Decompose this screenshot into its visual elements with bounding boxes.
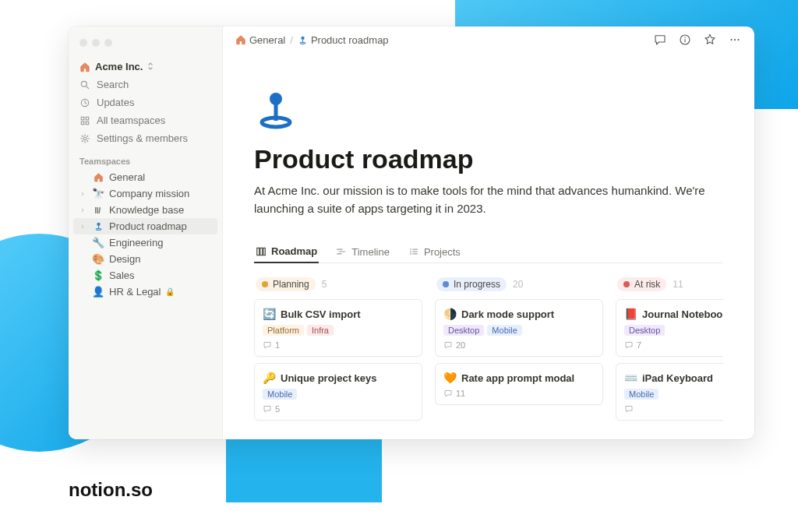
- svg-point-20: [730, 39, 732, 41]
- sidebar-updates-label: Updates: [97, 97, 134, 108]
- workspace-name: Acme Inc.: [95, 61, 143, 72]
- page-description[interactable]: At Acme Inc. our mission is to make tool…: [254, 182, 723, 217]
- page-icon[interactable]: [254, 88, 723, 135]
- sidebar-page-sales[interactable]: 💲 Sales: [73, 267, 217, 284]
- lock-icon: 🔒: [165, 287, 175, 296]
- status-label: At risk: [634, 279, 660, 290]
- svg-rect-3: [81, 117, 84, 120]
- sidebar-page-design[interactable]: 🎨 Design: [73, 251, 217, 267]
- column-header[interactable]: Planning5: [254, 274, 422, 299]
- column-header[interactable]: In progress20: [435, 274, 603, 299]
- card-title-text: Rate app prompt modal: [461, 372, 574, 384]
- column-count: 11: [673, 279, 683, 290]
- sidebar-page-label: Company mission: [109, 188, 189, 199]
- chevron-right-icon[interactable]: ›: [78, 189, 87, 198]
- person-icon: 👤: [92, 286, 104, 298]
- sidebar-search[interactable]: Search: [73, 76, 217, 93]
- card-tags: Mobile: [624, 389, 723, 400]
- favorite-button[interactable]: [703, 33, 717, 47]
- svg-point-25: [270, 93, 282, 105]
- card-tags: DesktopMobile: [443, 325, 595, 336]
- more-button[interactable]: [728, 33, 742, 47]
- card-comments: 11: [443, 389, 595, 398]
- home-icon: [79, 62, 90, 72]
- svg-rect-27: [260, 248, 263, 255]
- board-icon: [256, 246, 267, 257]
- comments-button[interactable]: [653, 33, 667, 47]
- sidebar-updates[interactable]: Updates: [73, 93, 217, 111]
- home-icon: [92, 172, 104, 182]
- view-tabs: Roadmap Timeline Projects: [254, 241, 723, 263]
- column-count: 5: [322, 279, 327, 290]
- info-button[interactable]: [678, 33, 692, 47]
- tag: Desktop: [624, 325, 665, 336]
- card-comments: 1: [263, 340, 414, 350]
- grid-icon: [79, 115, 90, 126]
- svg-rect-6: [86, 122, 89, 125]
- status-pill: At risk: [617, 277, 666, 291]
- breadcrumb: General / Product roadmap: [235, 34, 389, 46]
- sidebar-page-knowledge-base[interactable]: › Knowledge base: [73, 202, 217, 218]
- breadcrumb-product-roadmap[interactable]: Product roadmap: [298, 34, 389, 46]
- card-title: 🌗Dark mode support: [443, 308, 595, 320]
- breadcrumb-general[interactable]: General: [235, 34, 285, 46]
- card-title: ⌨️iPad Keyboard: [624, 372, 723, 384]
- board-card[interactable]: 📕Journal NotebookDesktop7: [616, 299, 723, 357]
- status-label: In progress: [454, 279, 500, 290]
- sidebar-page-company-mission[interactable]: › 🔭 Company mission: [73, 185, 217, 202]
- board-card[interactable]: 🔄Bulk CSV importPlatformInfra1: [254, 299, 422, 357]
- board-card[interactable]: 🧡Rate app prompt modal11: [435, 363, 603, 405]
- sidebar-section-label: Teamspaces: [73, 147, 217, 169]
- status-label: Planning: [273, 279, 309, 290]
- column-header[interactable]: At risk11: [616, 274, 723, 299]
- workspace-switcher[interactable]: Acme Inc.: [73, 58, 217, 76]
- tab-label: Projects: [424, 246, 461, 258]
- tab-timeline[interactable]: Timeline: [334, 241, 391, 262]
- card-title: 🔄Bulk CSV import: [263, 308, 414, 320]
- board-card[interactable]: 🌗Dark mode supportDesktopMobile20: [435, 299, 603, 357]
- minimize-dot[interactable]: [92, 39, 100, 47]
- sidebar-search-label: Search: [97, 79, 129, 90]
- chevron-right-icon[interactable]: ›: [78, 206, 87, 214]
- sidebar-settings[interactable]: Settings & members: [73, 129, 217, 147]
- main-content: General / Product roadmap: [223, 26, 754, 439]
- svg-point-19: [684, 37, 686, 38]
- card-icon: 🔑: [263, 372, 276, 384]
- sidebar: Acme Inc. Search Updates All teamspaces: [69, 26, 223, 439]
- search-icon: [79, 79, 90, 90]
- sidebar-teamspaces[interactable]: All teamspaces: [73, 111, 217, 129]
- maximize-dot[interactable]: [104, 39, 112, 47]
- svg-point-0: [81, 81, 87, 86]
- close-dot[interactable]: [79, 39, 87, 47]
- card-icon: ⌨️: [624, 372, 637, 384]
- svg-rect-5: [81, 122, 84, 125]
- window-controls: [73, 34, 217, 58]
- timeline-icon: [336, 246, 347, 257]
- list-icon: [408, 246, 419, 257]
- board-column: In progress20🌗Dark mode supportDesktopMo…: [435, 274, 603, 427]
- sidebar-page-engineering[interactable]: 🔧 Engineering: [73, 234, 217, 251]
- sidebar-page-product-roadmap[interactable]: › Product roadmap: [73, 218, 217, 234]
- sidebar-page-general[interactable]: General: [73, 169, 217, 185]
- breadcrumb-label: General: [249, 34, 285, 46]
- palette-icon: 🎨: [92, 253, 104, 265]
- page-content: Product roadmap At Acme Inc. our mission…: [223, 54, 754, 427]
- topbar-actions: [653, 33, 742, 47]
- board-card[interactable]: ⌨️iPad KeyboardMobile: [616, 363, 723, 421]
- tag: Platform: [263, 325, 304, 336]
- svg-rect-4: [86, 117, 89, 120]
- tab-projects[interactable]: Projects: [407, 241, 462, 262]
- comment-count: 5: [275, 404, 280, 414]
- board-column: At risk11📕Journal NotebookDesktop7⌨️iPad…: [616, 274, 723, 427]
- sidebar-page-hr-legal[interactable]: 👤 HR & Legal 🔒: [73, 284, 217, 300]
- wrench-icon: 🔧: [92, 237, 104, 248]
- chevron-right-icon[interactable]: ›: [78, 222, 87, 231]
- chevron-updown-icon: [147, 62, 154, 72]
- board-card[interactable]: 🔑Unique project keysMobile5: [254, 363, 422, 421]
- sidebar-page-label: Engineering: [109, 237, 163, 248]
- binoculars-icon: 🔭: [92, 188, 104, 199]
- tab-roadmap[interactable]: Roadmap: [254, 241, 319, 263]
- page-title[interactable]: Product roadmap: [254, 144, 723, 174]
- svg-point-13: [96, 228, 101, 230]
- svg-point-32: [410, 248, 411, 250]
